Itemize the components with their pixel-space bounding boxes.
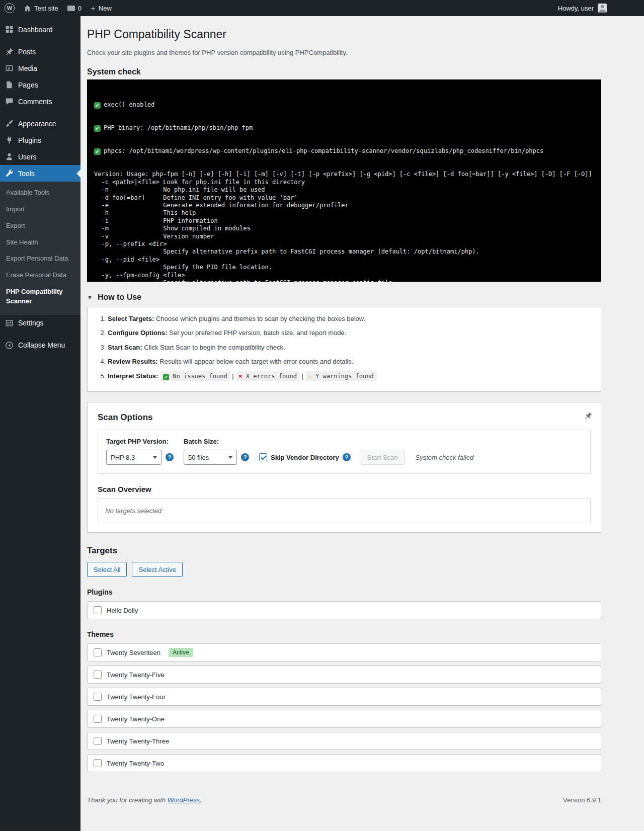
submenu-export[interactable]: Export bbox=[0, 218, 80, 234]
comments-shortcut[interactable]: 0 bbox=[63, 0, 86, 16]
scan-options-form: Target PHP Version: PHP 8.3 ? Batch Size… bbox=[98, 430, 591, 474]
cross-icon: ✖ bbox=[238, 373, 242, 380]
admin-footer: Thank you for creating with WordPress. V… bbox=[87, 796, 601, 816]
howdy-label: Howdy, user bbox=[558, 5, 594, 12]
submenu-erase-personal-data[interactable]: Erase Personal Data bbox=[0, 267, 80, 284]
submenu-site-health[interactable]: Site Health bbox=[0, 234, 80, 251]
targets-actions: Select All Select Active bbox=[87, 562, 601, 577]
admin-sidebar: Dashboard Posts Media Pages Comments bbox=[0, 16, 80, 831]
check-icon: ✔ bbox=[94, 148, 101, 155]
status-chip-warning: ⚠ Y warnings found bbox=[305, 371, 377, 381]
status-chip-error: ✖ X errors found bbox=[235, 371, 300, 381]
select-active-button[interactable]: Select Active bbox=[132, 562, 182, 577]
plugin-checkbox[interactable] bbox=[94, 606, 102, 614]
home-icon bbox=[24, 5, 31, 12]
sidebar-item-collapse-menu[interactable]: Collapse Menu bbox=[0, 337, 80, 354]
pushpin-toggle-icon[interactable] bbox=[584, 411, 593, 423]
theme-checkbox[interactable] bbox=[94, 759, 102, 767]
how-to-step: Select Targets: Choose which plugins and… bbox=[108, 314, 592, 324]
sidebar-item-posts[interactable]: Posts bbox=[0, 43, 80, 60]
submenu-export-personal-data[interactable]: Export Personal Data bbox=[0, 251, 80, 267]
submenu-available-tools[interactable]: Available Tools bbox=[0, 185, 80, 201]
theme-checkbox[interactable] bbox=[94, 648, 102, 656]
scan-options-card: Scan Options Target PHP Version: PHP 8.3… bbox=[87, 402, 601, 533]
plugin-name: Hello Dolly bbox=[107, 607, 138, 614]
sidebar-item-media[interactable]: Media bbox=[0, 60, 80, 76]
theme-row: Twenty Twenty-One bbox=[87, 710, 601, 728]
sidebar-item-dashboard[interactable]: Dashboard bbox=[0, 21, 80, 38]
theme-row: Twenty Twenty-Three bbox=[87, 732, 601, 750]
check-icon: ✔ bbox=[163, 374, 169, 380]
skip-vendor-help-icon[interactable]: ? bbox=[343, 453, 351, 461]
system-check-heading: System check bbox=[87, 67, 601, 76]
sidebar-item-pages[interactable]: Pages bbox=[0, 76, 80, 93]
status-chip-success: ✔ No issues found bbox=[160, 371, 230, 381]
dashboard-icon bbox=[0, 25, 18, 34]
new-content-menu[interactable]: + New bbox=[86, 0, 116, 16]
how-to-use-title: How to Use bbox=[98, 293, 141, 302]
comments-icon bbox=[0, 97, 18, 106]
theme-checkbox[interactable] bbox=[94, 715, 102, 723]
plugin-row: Hello Dolly bbox=[87, 601, 601, 619]
menu-separator bbox=[0, 38, 80, 43]
sidebar-item-tools[interactable]: Tools bbox=[0, 165, 80, 182]
terminal-check-line: ✔PHP binary: /opt/bitnami/php/sbin/php-f… bbox=[94, 124, 594, 132]
batch-size-help-icon[interactable]: ? bbox=[241, 453, 249, 461]
user-icon bbox=[0, 152, 18, 161]
menu-separator bbox=[0, 110, 80, 115]
php-version-label: Target PHP Version: bbox=[106, 438, 174, 445]
page-title: PHP Compatibility Scanner bbox=[87, 27, 601, 42]
start-scan-button[interactable]: Start Scan bbox=[361, 450, 405, 465]
wordpress-logo-menu[interactable]: W bbox=[0, 0, 19, 16]
page-description: Check your site plugins and themes for P… bbox=[87, 49, 601, 56]
sidebar-item-comments[interactable]: Comments bbox=[0, 93, 80, 110]
wordpress-logo-icon: W bbox=[5, 3, 15, 13]
site-name-label: Test site bbox=[34, 5, 58, 12]
php-version-field: Target PHP Version: PHP 8.3 ? bbox=[106, 438, 174, 465]
settings-icon bbox=[0, 319, 18, 327]
plus-icon: + bbox=[91, 4, 96, 13]
submenu-import[interactable]: Import bbox=[0, 201, 80, 218]
skip-vendor-group: Skip Vendor Directory ? bbox=[259, 453, 351, 461]
media-icon bbox=[0, 64, 18, 72]
theme-checkbox[interactable] bbox=[94, 737, 102, 745]
select-all-button[interactable]: Select All bbox=[87, 562, 127, 577]
theme-checkbox[interactable] bbox=[94, 693, 102, 701]
theme-name: Twenty Twenty-Three bbox=[107, 737, 169, 745]
check-icon: ✔ bbox=[94, 102, 101, 109]
theme-row: Twenty Twenty-Four bbox=[87, 688, 601, 706]
how-to-step: Interpret Status: ✔ No issues found | ✖ … bbox=[108, 371, 592, 381]
skip-vendor-checkbox[interactable] bbox=[259, 453, 267, 461]
themes-heading: Themes bbox=[87, 630, 601, 638]
sidebar-item-settings[interactable]: Settings bbox=[0, 315, 80, 331]
theme-name: Twenty Twenty-Four bbox=[107, 693, 166, 701]
submenu-php-compatibility-scanner[interactable]: PHP Compatibility Scanner bbox=[0, 284, 80, 310]
active-theme-badge: Active bbox=[169, 648, 193, 657]
targets-title: Targets bbox=[87, 546, 601, 556]
sidebar-item-plugins[interactable]: Plugins bbox=[0, 132, 80, 148]
scan-options-title: Scan Options bbox=[98, 412, 591, 423]
pushpin-icon bbox=[0, 47, 18, 56]
terminal-check-line: ✔phpcs: /opt/bitnami/wordpress/wp-conten… bbox=[94, 147, 594, 155]
how-to-use-toggle[interactable]: ▼ How to Use bbox=[87, 293, 601, 302]
account-menu[interactable]: Howdy, user bbox=[558, 0, 607, 16]
wordpress-admin-screen: W Test site 0 + New Howdy, user Da bbox=[0, 0, 644, 831]
brush-icon bbox=[0, 119, 18, 128]
how-to-step: Review Results: Results will appear belo… bbox=[108, 357, 592, 367]
theme-name: Twenty Twenty-Two bbox=[107, 760, 164, 767]
batch-size-field: Batch Size: 50 files ? bbox=[184, 438, 249, 465]
main-content: PHP Compatibility Scanner Check your sit… bbox=[80, 16, 644, 816]
sidebar-item-users[interactable]: Users bbox=[0, 148, 80, 165]
site-name-link[interactable]: Test site bbox=[19, 0, 63, 16]
theme-checkbox[interactable] bbox=[94, 671, 102, 679]
sidebar-item-appearance[interactable]: Appearance bbox=[0, 115, 80, 132]
scan-overview-empty: No targets selected bbox=[98, 498, 591, 523]
php-version-help-icon[interactable]: ? bbox=[166, 453, 174, 461]
batch-size-select[interactable]: 50 files bbox=[184, 450, 237, 465]
user-avatar bbox=[598, 4, 607, 13]
how-to-step: Start Scan: Click Start Scan to begin th… bbox=[108, 343, 592, 353]
php-version-select[interactable]: PHP 8.3 bbox=[106, 450, 162, 465]
skip-vendor-label: Skip Vendor Directory bbox=[271, 454, 339, 461]
wordpress-link[interactable]: WordPress bbox=[168, 796, 200, 804]
theme-name: Twenty Twenty-Five bbox=[107, 671, 165, 679]
